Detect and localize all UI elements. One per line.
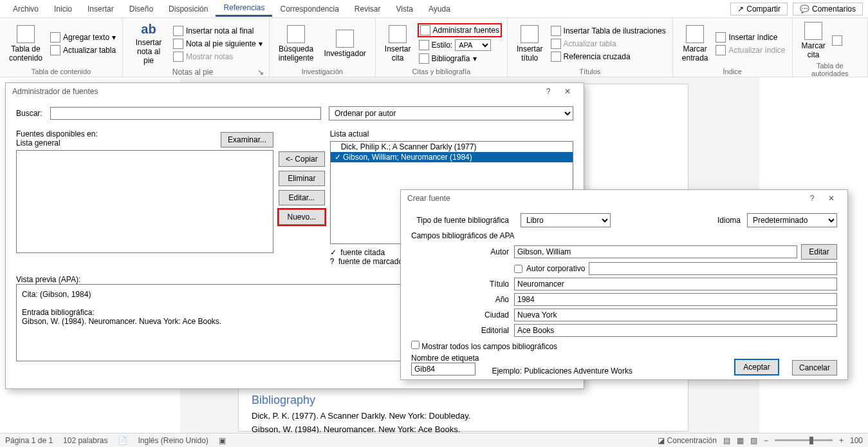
insert-index-button[interactable]: Insertar índice <box>714 32 786 43</box>
mark-citation-button[interactable]: Marcar cita <box>798 21 829 61</box>
style-select[interactable]: APA <box>455 39 491 51</box>
menu-archivo[interactable]: Archivo <box>5 2 46 16</box>
add-text-button[interactable]: Agregar texto▾ <box>49 32 117 43</box>
word-count[interactable]: 102 palabras <box>63 436 107 445</box>
sort-select[interactable]: Ordenar por autor <box>329 106 573 120</box>
create-source-dialog: Crear fuente ? ✕ Tipo de fuente bibliogr… <box>400 189 848 380</box>
view-print-icon[interactable]: ▦ <box>737 436 744 445</box>
zoom-slider[interactable] <box>775 439 833 441</box>
insert-endnote-button[interactable]: Insertar nota al final <box>172 25 264 37</box>
group-index-label: Índice <box>678 68 787 75</box>
list-item[interactable]: ✓ Gibson, William; Neuromancer (1984) <box>331 152 573 162</box>
create-source-title: Crear fuente <box>407 194 802 203</box>
dialog-launcher-icon[interactable]: ↘ <box>257 68 264 77</box>
show-notes-button[interactable]: Mostrar notas <box>172 51 264 62</box>
author-input[interactable] <box>514 245 797 258</box>
page-status[interactable]: Página 1 de 1 <box>5 436 53 445</box>
smart-lookup-button[interactable]: Búsqueda inteligente <box>275 21 318 66</box>
menu-bar: Archivo Inicio Insertar Diseño Disposici… <box>0 0 868 18</box>
tag-name-label: Nombre de etiqueta <box>411 354 479 363</box>
zoom-in-button[interactable]: + <box>839 436 844 445</box>
menu-vista[interactable]: Vista <box>389 2 421 16</box>
edit-button[interactable]: Editar... <box>279 190 325 205</box>
share-icon: ↗ <box>737 5 744 14</box>
master-list[interactable] <box>16 150 273 253</box>
search-input[interactable] <box>50 107 321 120</box>
menu-inicio[interactable]: Inicio <box>46 2 80 16</box>
status-bar: Página 1 de 1 102 palabras 📄 Inglés (Rei… <box>0 433 868 447</box>
edit-author-button[interactable]: Editar <box>801 244 837 260</box>
ab-icon: ab <box>141 22 156 37</box>
title-input[interactable] <box>514 278 837 290</box>
bibliography-button[interactable]: Bibliografía▾ <box>418 53 502 64</box>
mark-entry-button[interactable]: Marcar entrada <box>678 21 712 66</box>
chevron-down-icon: ▾ <box>112 33 116 42</box>
mark-entry-icon <box>686 25 704 43</box>
comments-button[interactable]: 💬Comentarios <box>793 3 863 15</box>
search-label: Buscar: <box>16 109 42 118</box>
example-label: Ejemplo: Publicaciones Adventure Works <box>492 366 633 376</box>
style-icon <box>419 40 429 50</box>
update-table-icon <box>551 39 561 49</box>
cross-reference-button[interactable]: Referencia cruzada <box>549 51 667 62</box>
zoom-level[interactable]: 100 <box>850 436 863 445</box>
toc-button[interactable]: Tabla de contenido <box>5 21 46 66</box>
group-research-label: Investigación <box>275 68 370 75</box>
update-icon <box>50 45 60 55</box>
year-input[interactable] <box>514 293 837 306</box>
menu-diseno[interactable]: Diseño <box>122 2 161 16</box>
new-button[interactable]: Nuevo... <box>279 209 325 225</box>
browse-button[interactable]: Examinar... <box>221 132 273 147</box>
macro-icon[interactable]: ▣ <box>219 436 226 445</box>
source-type-select[interactable]: Libro <box>521 213 611 227</box>
year-label: Año <box>411 295 514 304</box>
add-text-icon <box>50 32 60 43</box>
help-button[interactable]: ? <box>539 87 558 96</box>
insert-table-figures-button[interactable]: Insertar Tabla de ilustraciones <box>549 25 667 37</box>
author-label: Autor <box>411 247 514 256</box>
menu-ayuda[interactable]: Ayuda <box>421 2 458 16</box>
insert-citation-button[interactable]: Insertar cita <box>381 21 415 66</box>
search-icon <box>287 25 305 43</box>
close-button[interactable]: ✕ <box>822 194 841 203</box>
update-index-button[interactable]: Actualizar índice <box>714 44 786 56</box>
next-footnote-button[interactable]: Nota al pie siguiente▾ <box>172 38 264 50</box>
manage-sources-icon <box>420 25 430 35</box>
researcher-button[interactable]: Investigador <box>320 21 369 66</box>
list-item[interactable]: Dick, Philip K.; A Scanner Darkly (1977) <box>331 142 573 152</box>
delete-button[interactable]: Eliminar <box>279 171 325 186</box>
zoom-out-button[interactable]: − <box>764 436 768 445</box>
close-button[interactable]: ✕ <box>558 87 577 96</box>
manage-sources-button[interactable]: Administrar fuentes <box>418 23 502 37</box>
corporate-author-checkbox[interactable] <box>514 265 522 273</box>
ok-button[interactable]: Aceptar <box>734 359 779 376</box>
bibliography-heading: Bibliography <box>252 394 675 407</box>
menu-insertar[interactable]: Insertar <box>80 2 122 16</box>
help-button[interactable]: ? <box>802 194 822 203</box>
view-read-icon[interactable]: ▤ <box>723 436 730 445</box>
tag-name-input[interactable] <box>411 363 476 376</box>
show-all-fields-checkbox[interactable] <box>411 341 420 349</box>
cancel-button[interactable]: Cancelar <box>792 360 837 376</box>
language-select[interactable]: Predeterminado <box>747 213 837 227</box>
fields-header: Campos bibliográficos de APA <box>411 231 837 240</box>
menu-revisar[interactable]: Revisar <box>347 2 389 16</box>
update-table-button[interactable]: Actualizar tabla <box>549 38 667 50</box>
menu-referencias[interactable]: Referencias <box>216 1 272 17</box>
copy-button[interactable]: <- Copiar <box>279 151 325 167</box>
corporate-author-input[interactable] <box>589 262 837 275</box>
update-toc-button[interactable]: Actualizar tabla <box>49 44 117 56</box>
language-status[interactable]: Inglés (Reino Unido) <box>138 436 208 445</box>
spell-check-icon[interactable]: 📄 <box>118 436 127 445</box>
city-input[interactable] <box>514 309 837 321</box>
corporate-author-label: Autor corporativo <box>526 264 585 273</box>
title-label: Título <box>411 280 514 289</box>
view-web-icon[interactable]: ▧ <box>750 436 757 445</box>
publisher-input[interactable] <box>514 324 837 337</box>
menu-correspondencia[interactable]: Correspondencia <box>272 2 346 16</box>
menu-disposicion[interactable]: Disposición <box>161 2 216 16</box>
focus-mode-button[interactable]: ◪ Concentración <box>658 436 717 445</box>
share-button[interactable]: ↗Compartir <box>730 3 788 15</box>
insert-caption-button[interactable]: Insertar título <box>513 21 547 66</box>
insert-footnote-button[interactable]: ab Insertar nota al pie <box>128 21 169 66</box>
